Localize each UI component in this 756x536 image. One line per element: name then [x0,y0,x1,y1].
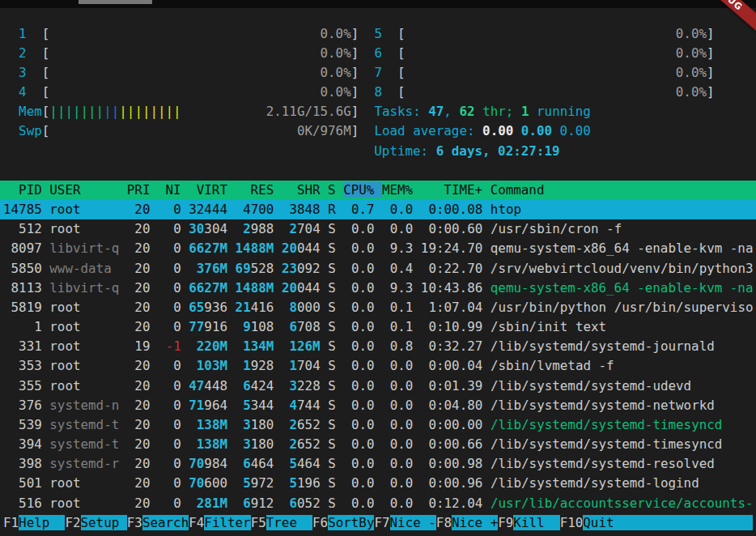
text-segment [181,417,189,432]
column-header-user[interactable]: USER [49,182,126,198]
fkey-setup[interactable]: F2Setup [65,515,126,530]
mem-value-prefix: 8 [289,300,297,315]
text-segment [336,456,344,471]
process-row[interactable]: 1 root 20 0 77916 9108 6708 S 0.0 0.1 0:… [0,317,756,337]
process-row[interactable]: 355 root 20 0 47448 6424 3228 S 0.0 0.0 … [0,376,756,396]
process-cpu: 0.0 [343,280,374,296]
column-header-shr[interactable]: SHR [282,182,328,198]
process-nice: 0 [158,358,181,373]
text-segment [42,398,50,413]
process-row[interactable]: 501 root 20 0 70600 5972 5196 S 0.0 0.0 … [0,474,756,493]
process-command: /sbin/init text [491,319,606,334]
text-segment [227,280,236,296]
process-cpu: 0.0 [343,475,374,491]
column-header-pid[interactable]: PID [3,182,49,198]
text-segment [181,358,189,373]
column-header-time[interactable]: TIME+ [421,182,491,198]
running-label: running [537,104,591,119]
text-segment [336,417,344,432]
text-segment [181,104,266,119]
process-row[interactable]: 539 systemd-t 20 0 138M 3180 2652 S 0.0 … [0,415,756,435]
process-user: root [49,338,119,354]
text-segment [321,398,329,413]
process-row[interactable]: 353 root 20 0 103M 1928 1704 S 0.0 0.0 0… [0,356,756,376]
process-row[interactable]: 331 root 19 -1 220M 134M 126M S 0.0 0.8 … [0,337,756,356]
process-cpu: 0.0 [343,496,374,511]
process-row[interactable]: 8113 libvirt-q 20 0 6627M 1488M 20044 S … [0,279,756,298]
load-average-label: Load average: [374,123,482,138]
process-pri: 20 [127,475,151,491]
text-segment [42,475,50,491]
fkey-search[interactable]: F3Search [127,515,189,530]
column-header-res[interactable]: RES [235,182,281,198]
meter-open-bracket: [ [382,65,406,80]
process-row[interactable]: 376 systemd-n 20 0 71964 5344 4744 S 0.0… [0,396,756,415]
text-segment [3,65,19,80]
process-row[interactable]: 394 systemd-t 20 0 138M 3180 2652 S 0.0 … [0,435,756,454]
process-row[interactable]: 512 root 20 0 30304 2988 2704 S 0.0 0.0 … [0,219,756,239]
text-segment [189,436,197,452]
process-user: root [49,221,119,236]
process-state: S [328,261,336,276]
text-segment [375,398,383,413]
column-header-virt[interactable]: VIRT [189,182,235,198]
process-row[interactable]: 5819 root 20 0 65936 21416 8000 S 0.0 0.… [0,298,756,317]
fkey-filter[interactable]: F4Filter [189,515,250,530]
text-segment [227,202,236,217]
process-pid: 398 [3,456,42,471]
meter-empty [49,65,320,80]
fkey-label: Tree [266,515,312,530]
fkey-sortby[interactable]: F6SortBy [312,515,374,530]
text-segment [413,358,421,373]
process-row[interactable]: 516 root 20 0 281M 6912 6052 S 0.0 0.0 0… [0,494,756,513]
process-user: www-data [49,261,119,276]
text-segment [336,202,344,217]
fkey-nice-[interactable]: F8Nice + [436,515,498,530]
column-header-ni[interactable]: NI [158,182,189,198]
process-user: root [49,300,119,315]
text-segment [274,202,282,217]
mem-value-prefix: 23 [282,261,297,276]
process-mem: 0.4 [382,261,413,276]
column-header-pri[interactable]: PRI [127,182,158,198]
text-segment [321,280,329,296]
mem-value: 936 [204,300,227,315]
cpu-meter-value: 0.0% [676,65,707,80]
process-cpu: 0.7 [343,202,374,217]
fkey-help[interactable]: F1Help [3,515,65,530]
fkey-tree[interactable]: F5Tree [251,515,312,530]
memory-and-tasks-row: Mem[||||||||||||||||| 2.11G/15.6G] Tasks… [0,102,756,121]
meter-open-bracket: [ [42,123,50,138]
mem-value-prefix: 2 [289,221,297,236]
text-segment [42,496,50,511]
column-header-cpu[interactable]: CPU% [343,182,382,198]
mem-value-prefix: 71 [189,398,204,413]
mem-value: 964 [204,398,227,413]
cpu-meter-label: 2 [19,45,27,61]
cpu-meter-label: 7 [374,65,382,80]
fkey-kill[interactable]: F9Kill [498,515,559,530]
process-pid: 14785 [3,202,42,217]
fkey-nice-[interactable]: F7Nice - [374,515,435,530]
process-row[interactable]: 398 systemd-r 20 0 70984 6464 5464 S 0.0… [0,454,756,474]
column-header-s[interactable]: S [328,182,343,198]
process-pid: 539 [3,417,42,432]
fkey-quit[interactable]: F10Quit [560,515,754,530]
meter-close-bracket: ] [351,65,359,80]
process-row[interactable]: 5850 www-data 20 0 376M 69528 23092 S 0.… [0,259,756,279]
process-user: root [49,496,119,511]
process-row[interactable]: 8097 libvirt-q 20 0 6627M 1488M 20044 S … [0,239,756,258]
text-segment [413,338,421,354]
text-segment [227,300,236,315]
column-header-mem[interactable]: MEM% [382,182,421,198]
process-state: S [328,300,336,315]
text-segment [119,280,127,296]
text-segment [336,398,344,413]
process-pri: 20 [127,221,151,236]
process-row[interactable]: 14785 root 20 0 32444 4700 3848 R 0.7 0.… [0,200,756,219]
column-header-command[interactable]: Command [491,182,545,198]
process-user: root [49,378,119,393]
text-segment [150,417,158,432]
process-command: /sbin/lvmetad -f [491,358,614,373]
text-segment [413,261,421,276]
